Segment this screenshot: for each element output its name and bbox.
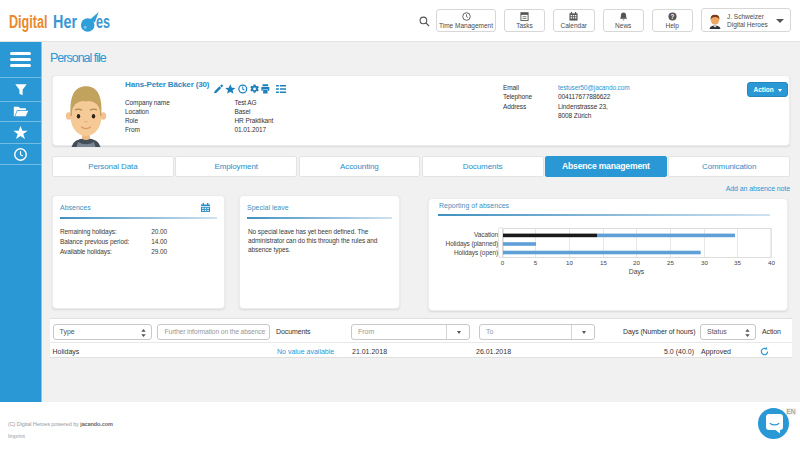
- svg-text:Holidays (planned): Holidays (planned): [446, 240, 498, 248]
- svg-text:Holidays (open): Holidays (open): [454, 249, 498, 257]
- svg-text:Days: Days: [629, 268, 645, 276]
- svg-text:20: 20: [633, 259, 640, 266]
- svg-text:25: 25: [667, 259, 674, 266]
- svg-text:10: 10: [566, 259, 573, 266]
- svg-text:30: 30: [701, 259, 708, 266]
- svg-text:15: 15: [600, 259, 607, 266]
- svg-text:35: 35: [734, 259, 741, 266]
- svg-text:Vacation: Vacation: [474, 231, 498, 238]
- svg-text:5: 5: [534, 259, 538, 266]
- svg-text:40: 40: [768, 259, 775, 266]
- svg-text:?: ?: [670, 13, 674, 20]
- svg-text:0: 0: [501, 259, 505, 266]
